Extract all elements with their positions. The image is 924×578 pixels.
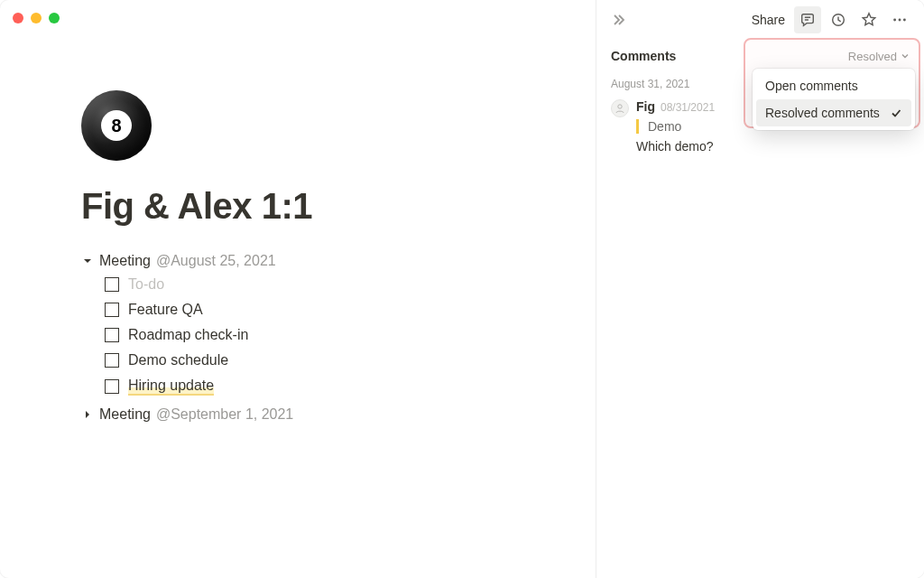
checkbox[interactable] [105, 303, 119, 317]
todo-label: Feature QA [128, 302, 203, 318]
todo-label: Roadmap check-in [128, 327, 248, 343]
date-mention[interactable]: @August 25, 2021 [156, 253, 276, 269]
comments-icon[interactable] [794, 6, 821, 33]
date-mention[interactable]: @September 1, 2021 [156, 406, 293, 423]
collapse-sidebar-button[interactable] [607, 9, 629, 31]
page-main-content: 8 Fig & Alex 1:1 Meeting @August 25, 202… [0, 0, 596, 578]
dropdown-item-label: Resolved comments [765, 106, 880, 120]
todo-label: Demo schedule [128, 352, 228, 368]
checkbox[interactable] [105, 277, 119, 292]
todo-item[interactable]: Feature QA [105, 297, 514, 322]
comment-text: Which demo? [636, 139, 910, 154]
page-icon[interactable]: 8 [81, 90, 152, 161]
comments-filter-dropdown: Open comments Resolved comments [753, 69, 915, 130]
filter-label: Resolved [848, 50, 897, 63]
chevron-right-icon[interactable] [81, 408, 94, 421]
page-title[interactable]: Fig & Alex 1:1 [81, 186, 514, 227]
svg-point-6 [618, 105, 622, 108]
todo-label: To-do [128, 276, 164, 293]
todo-item[interactable]: To-do [105, 272, 514, 297]
star-icon[interactable] [855, 6, 882, 33]
dropdown-item-open-comments[interactable]: Open comments [756, 72, 911, 99]
chevron-down-icon[interactable] [81, 255, 94, 267]
toggle-label: Meeting [99, 253, 151, 269]
toggle-block-meeting-2: Meeting @September 1, 2021 [81, 404, 514, 425]
todo-item[interactable]: Demo schedule [105, 348, 514, 373]
more-icon[interactable] [886, 6, 913, 33]
todo-label: Hiring update [128, 378, 214, 396]
sidebar-topbar: Share [596, 0, 924, 40]
checkbox[interactable] [105, 353, 119, 368]
svg-point-5 [903, 19, 906, 22]
toggle-header[interactable]: Meeting @September 1, 2021 [81, 404, 514, 425]
comment-author: Fig [636, 99, 655, 114]
todo-item[interactable]: Roadmap check-in [105, 322, 514, 348]
toggle-block-meeting-1: Meeting @August 25, 2021 To-do Feature Q… [81, 250, 514, 400]
avatar [611, 99, 629, 117]
comments-sidebar: Share Comments Resolved [596, 0, 924, 578]
chevron-down-icon [901, 51, 910, 61]
comments-title: Comments [611, 49, 676, 63]
checkbox[interactable] [105, 379, 119, 394]
history-icon[interactable] [825, 6, 852, 33]
checkbox[interactable] [105, 328, 119, 342]
svg-point-3 [893, 19, 896, 22]
toggle-label: Meeting [99, 406, 151, 423]
comments-filter-button[interactable]: Resolved [848, 50, 910, 63]
dropdown-item-label: Open comments [765, 79, 858, 93]
svg-point-4 [899, 19, 901, 22]
dropdown-item-resolved-comments[interactable]: Resolved comments [756, 99, 911, 126]
todo-item[interactable]: Hiring update [105, 373, 514, 400]
share-button[interactable]: Share [746, 9, 790, 31]
toggle-header[interactable]: Meeting @August 25, 2021 [81, 250, 514, 272]
eight-ball-icon: 8 [101, 110, 132, 141]
todo-list: To-do Feature QA Roadmap check-in Demo s… [81, 272, 514, 400]
comment-date: 08/31/2021 [661, 101, 715, 114]
check-icon [890, 107, 902, 119]
